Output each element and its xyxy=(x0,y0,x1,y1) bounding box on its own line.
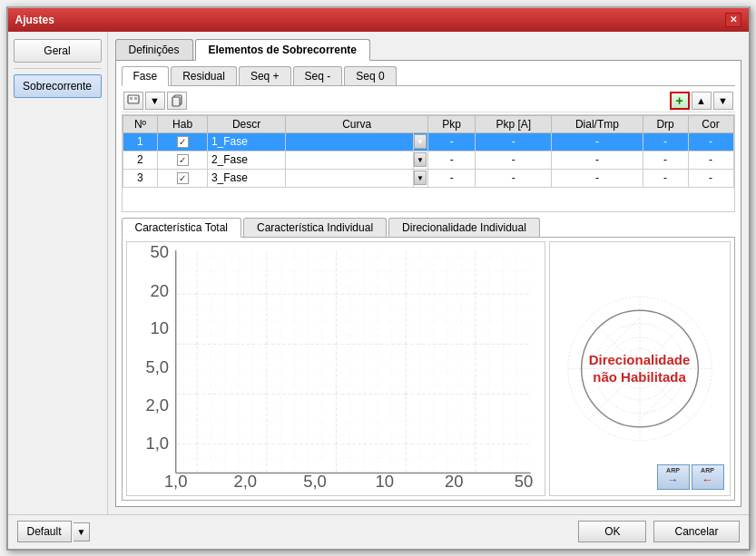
col-header-num: Nº xyxy=(123,115,158,132)
toolbar-down-btn[interactable]: ▼ xyxy=(713,92,733,110)
main-tab-bar: Definições Elementos de Sobrecorrente xyxy=(115,39,741,61)
cell-dial: - xyxy=(552,132,643,151)
cell-pkpa: - xyxy=(476,169,552,187)
svg-text:50: 50 xyxy=(514,471,532,490)
cell-hab[interactable] xyxy=(158,132,208,151)
cell-hab[interactable] xyxy=(158,169,208,187)
ok-label: OK xyxy=(604,525,620,538)
sidebar-geral-button[interactable]: Geral xyxy=(14,39,102,63)
chart-content: 50 20 10 5,0 2,0 1,0 1,0 2,0 5,0 10 xyxy=(122,238,735,501)
cell-descr: 3_Fase xyxy=(207,169,285,187)
svg-rect-4 xyxy=(172,97,180,106)
svg-rect-1 xyxy=(130,97,133,100)
sidebar-sobrecorrente-button[interactable]: Sobrecorrente xyxy=(14,74,102,98)
svg-text:5,0: 5,0 xyxy=(303,471,327,490)
directional-label: Direcionalidade não Habilitada xyxy=(589,351,691,386)
cell-num: 1 xyxy=(123,132,158,151)
cell-cor: - xyxy=(688,132,733,151)
cancel-button[interactable]: Cancelar xyxy=(653,521,739,542)
svg-text:50: 50 xyxy=(150,242,168,261)
cell-curva xyxy=(286,132,414,151)
cell-descr: 2_Fase xyxy=(207,151,285,169)
toolbar-up-btn[interactable]: ▲ xyxy=(692,92,712,110)
table-row[interactable]: 1 1_Fase ▼ - - - - - xyxy=(123,132,733,151)
cell-dial: - xyxy=(552,151,643,169)
toolbar-copy-btn[interactable] xyxy=(167,92,187,110)
cell-drp: - xyxy=(643,169,688,187)
cell-drp: - xyxy=(643,132,688,151)
svg-text:1,0: 1,0 xyxy=(163,471,187,490)
footer-left: Default ▼ xyxy=(17,521,91,542)
toolbar-dropdown-btn1[interactable]: ▼ xyxy=(145,92,165,110)
close-button[interactable]: ✕ xyxy=(725,13,741,27)
window-title: Ajustes xyxy=(15,14,54,26)
toolbar-left: ▼ xyxy=(123,92,668,110)
svg-text:2,0: 2,0 xyxy=(233,471,257,490)
inner-tab-residual[interactable]: Residual xyxy=(171,66,237,85)
chart-left: 50 20 10 5,0 2,0 1,0 1,0 2,0 5,0 10 xyxy=(126,241,545,496)
col-header-curva: Curva xyxy=(286,115,428,132)
col-header-dial: Dial/Tmp xyxy=(552,115,643,132)
arp-back-btn[interactable]: ARP ← xyxy=(692,464,724,490)
cell-cor: - xyxy=(688,151,733,169)
svg-text:10: 10 xyxy=(150,318,168,337)
svg-text:1,0: 1,0 xyxy=(145,434,169,453)
table-row[interactable]: 3 3_Fase ▼ - - - - - xyxy=(123,169,733,187)
add-button[interactable]: + xyxy=(670,92,690,110)
cell-pkp: - xyxy=(428,151,476,169)
toolbar-row: ▼ + ▲ ▼ xyxy=(122,90,735,112)
svg-rect-0 xyxy=(128,95,139,103)
sidebar-divider xyxy=(14,68,102,69)
inner-tab-seq-minus[interactable]: Seq - xyxy=(293,66,343,85)
cell-num: 3 xyxy=(123,169,158,187)
col-header-pkp: Pkp xyxy=(428,115,476,132)
default-button[interactable]: Default xyxy=(17,521,72,542)
footer-right: OK Cancelar xyxy=(578,521,739,542)
main-content: Definições Elementos de Sobrecorrente Fa… xyxy=(108,32,749,514)
col-header-hab: Hab xyxy=(158,115,208,132)
window-body: Geral Sobrecorrente Definições Elementos… xyxy=(8,32,749,514)
svg-text:5,0: 5,0 xyxy=(145,357,169,376)
main-window: Ajustes ✕ Geral Sobrecorrente Definições… xyxy=(6,6,751,551)
ok-button[interactable]: OK xyxy=(578,521,646,542)
svg-text:20: 20 xyxy=(445,471,463,490)
chart-tab-direcional[interactable]: Direcionalidade Individual xyxy=(388,218,540,237)
cell-curva-arrow[interactable]: ▼ xyxy=(414,169,428,187)
svg-rect-7 xyxy=(175,250,530,473)
cell-pkp: - xyxy=(428,132,476,151)
toolbar-icon-btn[interactable] xyxy=(123,92,143,110)
svg-text:2,0: 2,0 xyxy=(145,395,169,414)
tab-definicoes[interactable]: Definições xyxy=(115,39,193,60)
table-row[interactable]: 2 2_Fase ▼ - - - - - xyxy=(123,151,733,169)
tab-elementos[interactable]: Elementos de Sobrecorrente xyxy=(195,39,370,61)
inner-tab-seq0[interactable]: Seq 0 xyxy=(344,66,396,85)
table-area: Nº Hab Descr Curva Pkp Pkp [A] Dial/Tmp … xyxy=(122,114,735,212)
inner-tab-fase[interactable]: Fase xyxy=(122,66,170,86)
data-table: Nº Hab Descr Curva Pkp Pkp [A] Dial/Tmp … xyxy=(123,115,734,188)
bottom-section: Característica Total Característica Indi… xyxy=(122,218,735,501)
cell-curva-arrow[interactable]: ▼ xyxy=(414,151,428,169)
cell-hab[interactable] xyxy=(158,151,208,169)
svg-rect-2 xyxy=(134,97,137,100)
default-dropdown-btn[interactable]: ▼ xyxy=(74,522,91,541)
chart-tab-total[interactable]: Característica Total xyxy=(122,218,242,238)
chart-tab-individual[interactable]: Característica Individual xyxy=(243,218,387,237)
col-header-cor: Cor xyxy=(688,115,733,132)
cell-cor: - xyxy=(688,169,733,187)
col-header-pkpa: Pkp [A] xyxy=(476,115,552,132)
cell-pkpa: - xyxy=(476,151,552,169)
cell-curva xyxy=(286,169,414,187)
inner-tab-bar: Fase Residual Seq + Seq - Seq 0 xyxy=(122,66,735,86)
cell-pkp: - xyxy=(428,169,476,187)
chart-tab-bar: Característica Total Característica Indi… xyxy=(122,218,735,238)
chart-right: Direcionalidade não Habilitada ARP → xyxy=(549,241,731,496)
inner-tab-seq-plus[interactable]: Seq + xyxy=(239,66,291,85)
col-header-descr: Descr xyxy=(207,115,285,132)
svg-text:20: 20 xyxy=(150,280,168,299)
tab-content: Fase Residual Seq + Seq - Seq 0 ▼ xyxy=(115,61,741,507)
window-footer: Default ▼ OK Cancelar xyxy=(8,514,749,549)
cell-descr: 1_Fase xyxy=(207,132,285,151)
cell-curva-arrow[interactable]: ▼ xyxy=(414,132,428,151)
arp-forward-btn[interactable]: ARP → xyxy=(657,464,690,490)
cell-num: 2 xyxy=(123,151,158,169)
